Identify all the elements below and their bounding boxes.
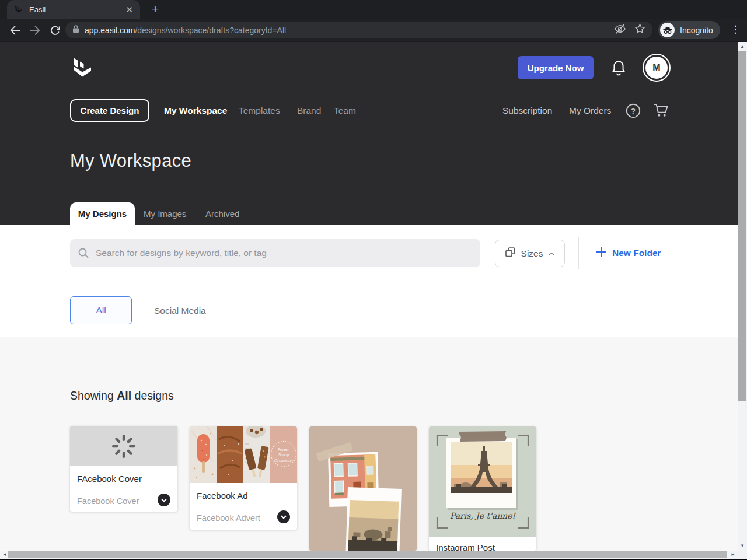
card-subtitle: Facebook Cover xyxy=(77,496,158,506)
tab-my-images[interactable]: My Images xyxy=(144,209,186,219)
nav-team[interactable]: Team xyxy=(334,106,356,116)
forward-icon[interactable] xyxy=(28,23,42,37)
url-path: /designs/workspace/drafts?categoryId=All xyxy=(135,26,286,35)
url-domain: app.easil.com xyxy=(85,26,135,35)
tab-archived[interactable]: Archived xyxy=(205,209,239,219)
facebook-ad-thumbnail: Frozen Scoop Creamery xyxy=(190,426,297,483)
nav-templates[interactable]: Templates xyxy=(239,106,280,116)
card-title: Instagram Post xyxy=(436,542,529,551)
browser-menu-icon[interactable]: ⋮ xyxy=(729,23,741,36)
chevron-up-icon xyxy=(548,249,555,259)
app-header: Upgrade Now M Create Design My Workspace… xyxy=(0,42,747,225)
easil-favicon-icon xyxy=(14,4,23,16)
card-title: FAcebook Cover xyxy=(77,474,170,484)
nav-my-orders[interactable]: My Orders xyxy=(569,106,611,116)
nav-brand[interactable]: Brand xyxy=(297,106,321,116)
browser-tab-strip: Easil ✕ + xyxy=(0,0,747,19)
incognito-badge: Incognito xyxy=(658,21,720,39)
spinner-icon xyxy=(110,433,137,460)
nav-subscription[interactable]: Subscription xyxy=(502,106,552,116)
easil-logo-icon[interactable] xyxy=(70,55,95,82)
design-card-facebook-cover[interactable]: FAcebook Cover Facebook Cover xyxy=(70,426,177,512)
vertical-scroll-thumb[interactable] xyxy=(738,51,746,401)
bookmark-star-icon[interactable] xyxy=(634,23,645,37)
reload-icon[interactable] xyxy=(48,23,62,37)
notifications-bell-icon[interactable] xyxy=(611,60,626,78)
tab-my-designs[interactable]: My Designs xyxy=(70,202,135,225)
search-input[interactable] xyxy=(70,239,480,267)
plus-icon xyxy=(595,246,607,260)
results-category: All xyxy=(117,389,131,402)
card-menu-chevron-icon[interactable] xyxy=(158,494,170,509)
card-title: Facebook Ad xyxy=(197,491,290,501)
section-divider xyxy=(578,237,579,270)
badge-line1: Frozen xyxy=(278,447,289,452)
scroll-down-icon[interactable]: ▼ xyxy=(740,544,745,548)
category-filter-section: All Social Media xyxy=(0,282,747,337)
results-suffix: designs xyxy=(135,389,174,402)
sizes-dropdown[interactable]: Sizes xyxy=(495,240,565,267)
thumbnail-caption: Paris, Je t'aime! xyxy=(450,511,516,520)
results-summary: Showing All designs xyxy=(70,389,174,402)
results-prefix: Showing xyxy=(70,389,114,402)
polaroid-collage-thumbnail xyxy=(309,426,417,551)
search-section: Sizes New Folder xyxy=(0,225,747,281)
address-bar[interactable]: app.easil.com /designs/workspace/drafts?… xyxy=(65,22,652,38)
filter-all-button[interactable]: All xyxy=(70,296,132,324)
card-menu-chevron-icon[interactable] xyxy=(277,510,290,526)
horizontal-scroll-thumb[interactable] xyxy=(8,551,727,558)
design-card-polaroid-collage[interactable] xyxy=(309,426,417,551)
upgrade-now-button[interactable]: Upgrade Now xyxy=(518,56,594,79)
eye-hidden-icon[interactable] xyxy=(614,23,626,37)
browser-toolbar: app.easil.com /designs/workspace/drafts?… xyxy=(0,19,747,41)
browser-window: Easil ✕ + app.easil.com /designs/workspa… xyxy=(0,0,747,560)
tab-divider xyxy=(197,208,197,218)
scroll-up-icon[interactable]: ▲ xyxy=(740,44,745,49)
new-folder-label: New Folder xyxy=(612,248,661,258)
designs-content: Showing All designs xyxy=(0,337,747,551)
sizes-icon xyxy=(505,247,516,260)
scroll-right-icon[interactable]: ► xyxy=(731,552,735,557)
badge-line2: Scoop xyxy=(278,453,289,457)
tab-title: Easil xyxy=(29,5,125,14)
scroll-left-icon[interactable]: ◄ xyxy=(2,552,7,557)
filter-social-media[interactable]: Social Media xyxy=(154,306,206,316)
account-avatar[interactable]: M xyxy=(643,54,671,82)
design-card-instagram-post[interactable]: Paris, Je t'aime! Instagram Post xyxy=(429,426,536,551)
design-card-facebook-ad[interactable]: Frozen Scoop Creamery Facebook Ad Facebo… xyxy=(190,426,297,530)
card-subtitle: Facebook Advert xyxy=(197,513,277,523)
page-title: My Workspace xyxy=(70,150,191,172)
new-tab-button[interactable]: + xyxy=(147,2,163,18)
browser-tab-easil[interactable]: Easil ✕ xyxy=(7,0,140,19)
cart-icon[interactable] xyxy=(653,103,669,121)
sizes-label: Sizes xyxy=(521,249,543,259)
new-folder-button[interactable]: New Folder xyxy=(595,246,661,260)
help-icon[interactable]: ? xyxy=(626,103,641,121)
incognito-icon xyxy=(660,23,675,37)
back-icon[interactable] xyxy=(8,23,22,37)
create-design-button[interactable]: Create Design xyxy=(70,99,149,122)
badge-line3: Creamery xyxy=(274,459,294,463)
svg-text:?: ? xyxy=(631,107,636,116)
horizontal-scrollbar[interactable]: ◄ ► xyxy=(0,551,747,559)
tab-close-icon[interactable]: ✕ xyxy=(125,5,133,14)
lock-icon xyxy=(72,24,79,36)
instagram-post-thumbnail: Paris, Je t'aime! xyxy=(429,426,536,537)
nav-my-workspace[interactable]: My Workspace xyxy=(164,106,227,116)
avatar-initial: M xyxy=(645,57,668,79)
loading-thumbnail xyxy=(70,426,177,466)
incognito-label: Incognito xyxy=(680,26,713,35)
